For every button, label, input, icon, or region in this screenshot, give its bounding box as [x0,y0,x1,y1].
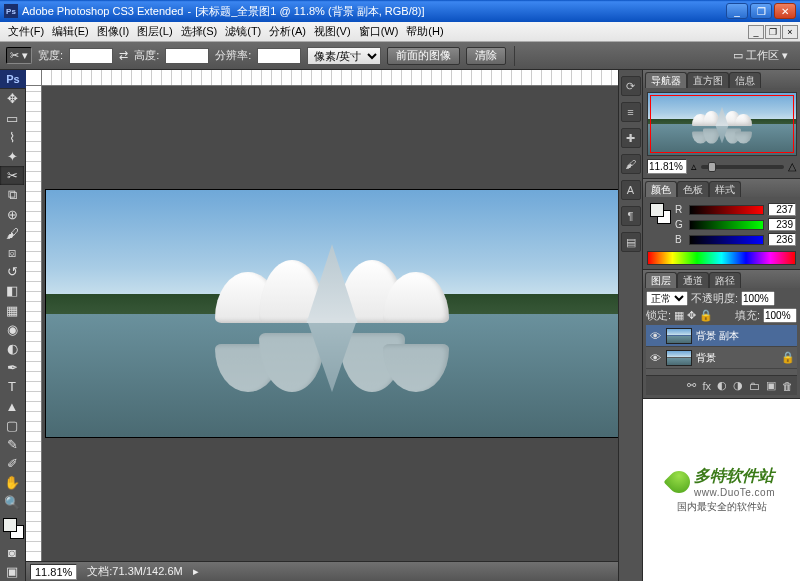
marquee-tool[interactable]: ▭ [0,109,24,128]
actions-dock-icon[interactable]: ≡ [621,102,641,122]
link-icon[interactable]: ⚯ [687,379,696,392]
new-layer-icon[interactable]: ▣ [766,379,776,392]
hand-tool[interactable]: ✋ [0,473,24,492]
quickmask-toggle[interactable]: ◙ [0,543,24,562]
front-image-button[interactable]: 前面的图像 [387,47,460,65]
swap-icon[interactable]: ⇄ [119,49,128,62]
eraser-tool[interactable]: ◧ [0,281,24,300]
layer-thumbnail[interactable] [666,350,692,366]
tab-layers[interactable]: 图层 [645,272,677,288]
lock-pixels-icon[interactable]: ▦ [674,309,684,322]
menu-file[interactable]: 文件(F) [4,22,48,41]
lasso-tool[interactable]: ⌇ [0,128,24,147]
paragraph-dock-icon[interactable]: ¶ [621,206,641,226]
path-select-tool[interactable]: ▲ [0,397,24,416]
crop-tool[interactable]: ✂ [0,166,24,185]
workspace-icon[interactable]: ▭ [733,49,743,62]
crop-height-input[interactable] [165,48,209,64]
heal-tool[interactable]: ⊕ [0,205,24,224]
menu-view[interactable]: 视图(V) [310,22,355,41]
ruler-horizontal[interactable] [42,70,618,86]
panel-fg-swatch[interactable] [650,203,664,217]
menu-edit[interactable]: 编辑(E) [48,22,93,41]
document-window[interactable] [46,190,618,437]
menu-select[interactable]: 选择(S) [177,22,222,41]
menu-help[interactable]: 帮助(H) [402,22,447,41]
r-slider[interactable] [689,205,764,215]
foreground-swatch[interactable] [3,518,17,532]
navigator-thumbnail[interactable] [647,92,797,156]
menu-window[interactable]: 窗口(W) [355,22,403,41]
crop-width-input[interactable] [69,48,113,64]
menu-layer[interactable]: 图层(L) [133,22,176,41]
resolution-unit-select[interactable]: 像素/英寸 [307,47,381,65]
navigator-zoom-value[interactable]: 11.81% [647,159,687,174]
layer-row[interactable]: 👁 背景 副本 [646,325,797,347]
b-value[interactable]: 236 [768,233,796,246]
eyedropper-tool[interactable]: ✐ [0,454,24,473]
color-swatches[interactable] [0,516,25,543]
g-slider[interactable] [689,220,764,230]
tab-histogram[interactable]: 直方图 [687,72,729,88]
blend-mode-select[interactable]: 正常 [646,291,688,306]
layercomp-dock-icon[interactable]: ▤ [621,232,641,252]
mdi-restore-button[interactable]: ❐ [765,25,781,39]
wand-tool[interactable]: ✦ [0,147,24,166]
zoom-in-icon[interactable]: △ [788,160,796,173]
color-spectrum[interactable] [647,251,796,265]
menu-analysis[interactable]: 分析(A) [265,22,310,41]
brushes-dock-icon[interactable]: 🖌 [621,154,641,174]
status-zoom[interactable]: 11.81% [30,564,77,580]
navigator-zoom-slider[interactable] [701,165,784,169]
crop-resolution-input[interactable] [257,48,301,64]
stamp-tool[interactable]: ⧇ [0,243,24,262]
clear-button[interactable]: 清除 [466,47,506,65]
visibility-icon[interactable]: 👁 [648,329,662,343]
r-value[interactable]: 237 [768,203,796,216]
tab-channels[interactable]: 通道 [677,272,709,288]
tab-paths[interactable]: 路径 [709,272,741,288]
lock-all-icon[interactable]: 🔒 [699,309,713,322]
visibility-icon[interactable]: 👁 [648,351,662,365]
shape-tool[interactable]: ▢ [0,416,24,435]
adjustment-icon[interactable]: ◑ [733,379,743,392]
fill-input[interactable] [763,308,797,323]
mdi-close-button[interactable]: × [782,25,798,39]
zoom-out-icon[interactable]: ▵ [691,160,697,173]
layer-row[interactable]: 👁 背景 🔒 [646,347,797,369]
zoom-tool[interactable]: 🔍 [0,493,24,512]
type-tool[interactable]: T [0,377,24,396]
layer-name[interactable]: 背景 [696,351,716,365]
lock-position-icon[interactable]: ✥ [687,309,696,322]
fx-icon[interactable]: fx [702,380,711,392]
trash-icon[interactable]: 🗑 [782,380,793,392]
source-dock-icon[interactable]: ✚ [621,128,641,148]
tab-styles[interactable]: 样式 [709,181,741,197]
slice-tool[interactable]: ⧉ [0,185,24,204]
menu-filter[interactable]: 滤镜(T) [221,22,265,41]
layer-name[interactable]: 背景 副本 [696,329,739,343]
mask-icon[interactable]: ◐ [717,379,727,392]
character-dock-icon[interactable]: A [621,180,641,200]
move-tool[interactable]: ✥ [0,89,24,108]
navigator-view-box[interactable] [650,95,794,153]
screenmode-toggle[interactable]: ▣ [0,562,24,581]
blur-tool[interactable]: ◉ [0,320,24,339]
maximize-button[interactable]: ❐ [750,3,772,19]
crop-tool-icon[interactable]: ✂ ▾ [6,47,32,64]
ruler-vertical[interactable] [26,86,42,581]
b-slider[interactable] [689,235,764,245]
g-value[interactable]: 239 [768,218,796,231]
mdi-minimize-button[interactable]: _ [748,25,764,39]
tab-navigator[interactable]: 导航器 [645,72,687,88]
gradient-tool[interactable]: ▦ [0,301,24,320]
folder-icon[interactable]: 🗀 [749,380,760,392]
brush-tool[interactable]: 🖌 [0,224,24,243]
history-brush-tool[interactable]: ↺ [0,262,24,281]
chevron-right-icon[interactable]: ▸ [193,565,199,578]
layer-thumbnail[interactable] [666,328,692,344]
workspace-switcher[interactable]: 工作区 ▾ [746,48,788,63]
notes-tool[interactable]: ✎ [0,435,24,454]
tab-swatches[interactable]: 色板 [677,181,709,197]
tab-info[interactable]: 信息 [729,72,761,88]
